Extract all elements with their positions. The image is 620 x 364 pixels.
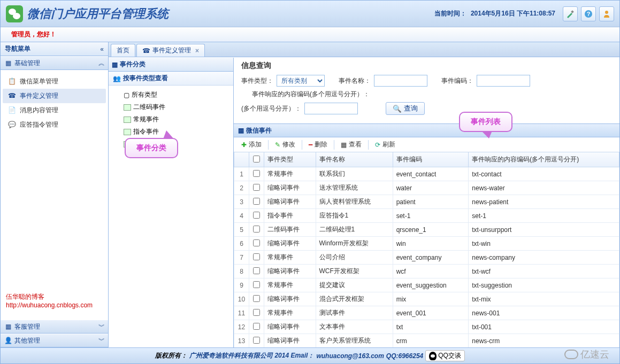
sheet-icon: [124, 129, 131, 135]
search-title: 信息查询: [241, 61, 612, 71]
user-button[interactable]: [599, 6, 614, 21]
qq-number[interactable]: QQ:6966254: [386, 352, 423, 360]
resp-input[interactable]: [304, 103, 358, 114]
grid-title: ▦微信事件: [234, 123, 619, 137]
row-checkbox[interactable]: [253, 198, 260, 205]
row-checkbox[interactable]: [253, 212, 260, 219]
table-row[interactable]: 11 常规事件 测试事件 event_001 news-001: [234, 306, 619, 320]
table-row[interactable]: 7 常规事件 公司介绍 event_company news-company: [234, 251, 619, 265]
table-row[interactable]: 9 常规事件 提交建议 event_suggestion txt-suggest…: [234, 278, 619, 292]
row-checkbox[interactable]: [253, 267, 260, 274]
table-row[interactable]: 2 缩略词事件 送水管理系统 water news-water: [234, 181, 619, 195]
category-subtitle: 👥按事件类型查看: [109, 72, 233, 86]
service-icon: ▦: [4, 322, 12, 331]
help-button[interactable]: ?: [581, 6, 596, 21]
app-title: 微信门户应用平台管理系统: [27, 6, 169, 22]
table-row[interactable]: 12 缩略词事件 文本事件 txt txt-001: [234, 320, 619, 334]
chevron-down-icon: ︾: [98, 322, 105, 331]
tab-event-def[interactable]: ☎事件定义管理×: [136, 44, 205, 57]
cloud-icon: [564, 350, 578, 359]
resp-label-cont: (多个用逗号分开）：: [241, 104, 301, 113]
table-row[interactable]: 8 缩略词事件 WCF开发框架 wcf txt-wcf: [234, 265, 619, 278]
row-checkbox[interactable]: [253, 184, 260, 191]
sheet-icon: [124, 117, 131, 123]
row-checkbox[interactable]: [253, 337, 260, 344]
add-button[interactable]: ✚添加: [237, 138, 266, 151]
close-icon[interactable]: ×: [195, 47, 199, 55]
tree-item[interactable]: 常规事件: [114, 113, 228, 126]
col-type[interactable]: 事件类型: [264, 152, 316, 167]
svg-rect-0: [571, 10, 574, 13]
edit-button[interactable]: ✎修改: [271, 138, 300, 151]
data-grid: 事件类型 事件名称 事件编码 事件响应的内容编码(多个用逗号分开) 1 常规事件…: [234, 152, 619, 347]
menu-icon: 📋: [8, 78, 17, 86]
type-select[interactable]: 所有类别: [277, 75, 325, 87]
row-checkbox[interactable]: [253, 170, 260, 177]
accordion-service[interactable]: ▦ 客服管理 ︾: [1, 320, 108, 334]
svg-point-3: [605, 11, 608, 14]
refresh-icon: ⟳: [375, 141, 380, 149]
row-checkbox[interactable]: [253, 281, 260, 288]
nav-reply-cmd[interactable]: 💬应答指令管理: [3, 118, 106, 132]
users-icon: 👥: [113, 75, 121, 82]
nav-event-def[interactable]: ☎事件定义管理: [3, 89, 106, 103]
phone-icon: ☎: [8, 92, 17, 100]
accordion-basic[interactable]: ▦ 基础管理 ︽: [1, 56, 108, 70]
category-panel-title: ▦事件分类: [109, 58, 233, 72]
view-button[interactable]: ▦查看: [336, 138, 366, 151]
table-row[interactable]: 3 缩略词事件 病人资料管理系统 patient news-patient: [234, 195, 619, 209]
nav-wechat-menu[interactable]: 📋微信菜单管理: [3, 74, 106, 89]
pencil-icon: ✎: [275, 141, 280, 149]
doc-icon: ▢: [124, 91, 129, 99]
row-checkbox[interactable]: [253, 309, 260, 316]
row-checkbox[interactable]: [253, 253, 260, 260]
grid-icon: ▦: [238, 127, 244, 134]
grid-icon: ▦: [112, 61, 118, 68]
query-button[interactable]: 🔍查询: [386, 102, 425, 115]
table-row[interactable]: 10 缩略词事件 混合式开发框架 mix txt-mix: [234, 292, 619, 306]
sheet-icon: [124, 104, 131, 111]
blog-link[interactable]: 伍华聪的博客 http://wuhuacong.cnblogs.com: [6, 292, 108, 309]
nav-message-content[interactable]: 📄消息内容管理: [3, 103, 106, 118]
tree-item[interactable]: ▢所有类型: [114, 89, 228, 101]
chevron-up-icon: ︽: [98, 59, 105, 68]
table-row[interactable]: 5 二维码事件 二维码处理1 qrscene_1 txt-unsurpport: [234, 223, 619, 237]
sheet-icon: ▦: [341, 141, 347, 149]
email-link[interactable]: wuhuacong@163.com: [316, 352, 384, 360]
resp-label: 事件响应的内容编码(多个用逗号分开）：: [252, 90, 370, 99]
code-input[interactable]: [477, 75, 530, 87]
table-row[interactable]: 1 常规事件 联系我们 event_contact txt-contact: [234, 167, 619, 181]
table-row[interactable]: 4 指令事件 应答指令1 set-1 set-1: [234, 209, 619, 223]
minus-icon: ━: [309, 141, 312, 149]
row-checkbox[interactable]: [253, 295, 260, 302]
app-header: 微信门户应用平台管理系统 当前时间：2014年5月16日 下午11:08:57 …: [1, 1, 619, 27]
col-name[interactable]: 事件名称: [316, 152, 393, 167]
search-icon: 🔍: [393, 105, 402, 113]
svg-text:?: ?: [587, 11, 591, 17]
table-row[interactable]: 13 缩略词事件 客户关系管理系统 crm news-crm: [234, 334, 619, 348]
tab-home[interactable]: 首页: [111, 44, 135, 57]
collapse-icon[interactable]: «: [100, 45, 104, 53]
nav-sidebar: 导航菜单 « ▦ 基础管理 ︽ 📋微信菜单管理 ☎事件定义管理 📄消息内容管理 …: [1, 42, 109, 347]
delete-button[interactable]: ━删除: [304, 138, 332, 151]
chevron-down-icon: ︾: [98, 336, 105, 345]
plus-icon: ✚: [241, 141, 247, 149]
module-icon: ▦: [4, 59, 12, 67]
watermark: 亿速云: [564, 348, 609, 361]
row-checkbox[interactable]: [253, 239, 260, 246]
sidebar-title: 导航菜单 «: [1, 42, 108, 56]
name-input[interactable]: [374, 75, 427, 87]
name-label: 事件名称：: [339, 76, 371, 86]
refresh-button[interactable]: ⟳刷新: [371, 138, 400, 151]
tab-bar: 首页 ☎事件定义管理×: [109, 42, 619, 57]
col-checkall[interactable]: [249, 152, 264, 167]
row-checkbox[interactable]: [253, 323, 260, 330]
accordion-other[interactable]: 👤 其他管理 ︾: [1, 334, 108, 347]
col-resp[interactable]: 事件响应的内容编码(多个用逗号分开): [469, 152, 619, 167]
table-row[interactable]: 6 缩略词事件 Winform开发框架 win txt-win: [234, 237, 619, 251]
qq-chat-button[interactable]: QQ交谈: [425, 350, 465, 361]
tree-item[interactable]: 二维码事件: [114, 101, 228, 113]
settings-button[interactable]: [563, 6, 578, 21]
row-checkbox[interactable]: [253, 226, 260, 233]
col-code[interactable]: 事件编码: [393, 152, 469, 167]
